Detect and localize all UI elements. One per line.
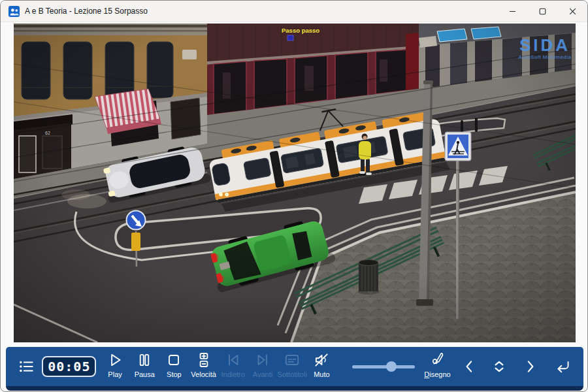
toolbar-footer [6, 386, 583, 391]
previous-button[interactable] [456, 347, 483, 386]
volume-track [352, 365, 415, 368]
minimize-icon [509, 8, 516, 15]
chevron-right-icon [521, 358, 538, 375]
volume-thumb[interactable] [386, 361, 397, 372]
subtitles-button[interactable]: Sottotitoli [278, 347, 307, 386]
next-button[interactable] [517, 347, 544, 386]
chevrons-updown-icon [491, 358, 508, 375]
app-window: A e B Teoria - Lezione 15 Sorpasso [0, 0, 588, 392]
stop-label: Stop [167, 371, 182, 378]
minimize-button[interactable] [497, 1, 527, 22]
skip-forward-icon [254, 351, 271, 368]
step-caption: Passo passo [282, 27, 319, 34]
back-button[interactable]: Indietro [218, 347, 248, 386]
chapters-button[interactable] [12, 347, 39, 386]
mute-label: Muto [314, 371, 329, 378]
list-icon [18, 358, 35, 375]
sida-logo: SIDA [519, 35, 570, 55]
speed-plus-minus-icon [195, 351, 212, 368]
volume-slider[interactable] [352, 361, 415, 372]
speed-button[interactable]: Velocità [189, 347, 218, 386]
vignette [14, 24, 576, 342]
pause-icon [136, 351, 153, 368]
window-title: A e B Teoria - Lezione 15 Sorpasso [25, 7, 148, 16]
stop-button[interactable]: Stop [159, 347, 189, 386]
back-label: Indietro [221, 371, 245, 378]
speed-label: Velocità [191, 371, 216, 378]
play-button[interactable]: Play [100, 347, 129, 386]
forward-label: Avanti [253, 371, 272, 378]
close-button[interactable] [557, 1, 587, 22]
maximize-icon [539, 8, 546, 15]
titlebar: A e B Teoria - Lezione 15 Sorpasso [1, 1, 587, 22]
timer-value: 00:05 [48, 359, 90, 374]
subtitles-icon [284, 351, 301, 368]
chevron-left-icon [461, 358, 478, 375]
sida-logo-tagline: AutoSoft Multimedia [518, 54, 571, 60]
caption-marker [287, 35, 293, 41]
street-scene: 62 [14, 24, 576, 342]
play-icon [106, 351, 123, 368]
return-arrow-icon [555, 358, 572, 375]
mute-button[interactable]: Muto [307, 347, 336, 386]
mute-icon [313, 351, 330, 368]
app-icon [8, 6, 20, 17]
fullscreen-button[interactable] [485, 347, 512, 386]
forward-button[interactable]: Avanti [248, 347, 277, 386]
close-icon [569, 8, 576, 15]
timer-display: 00:05 [42, 356, 96, 377]
subtitles-label: Sottotitoli [278, 371, 307, 378]
draw-button[interactable]: Disegno [419, 347, 456, 386]
video-canvas[interactable]: 62 [14, 24, 576, 342]
maximize-button[interactable] [527, 1, 557, 22]
stop-icon [165, 351, 182, 368]
player-toolbar: 00:05 Play Pausa Stop Velocità [6, 347, 583, 386]
window-controls [497, 1, 587, 22]
pause-label: Pausa [135, 371, 155, 378]
skip-back-icon [225, 351, 242, 368]
draw-label: Disegno [424, 371, 450, 378]
pen-icon [429, 351, 446, 368]
play-label: Play [108, 371, 122, 378]
pause-button[interactable]: Pausa [130, 347, 159, 386]
return-button[interactable] [550, 347, 577, 386]
